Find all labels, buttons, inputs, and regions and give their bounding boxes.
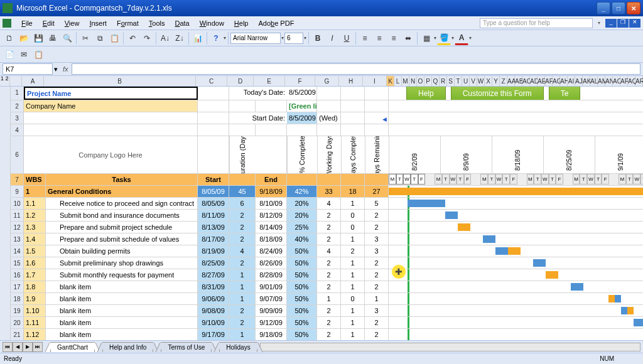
col-header-r[interactable]: R	[440, 76, 447, 86]
tab-first-icon[interactable]: ⏮	[3, 342, 13, 352]
pdf-convert-icon[interactable]: 📄	[3, 48, 16, 62]
print-icon[interactable]: 🖶	[46, 31, 60, 45]
tab-prev-icon[interactable]: ◀	[13, 342, 23, 352]
merge-icon[interactable]: ⬌	[401, 31, 415, 45]
row-header-9[interactable]: 9	[11, 186, 24, 197]
col-header-b[interactable]: B	[44, 76, 196, 86]
table-row[interactable]: 181.9blank item9/06/0919/07/0950%101	[11, 293, 643, 305]
col-header-ai[interactable]: AI	[568, 76, 575, 86]
col-header-c[interactable]: C	[196, 76, 227, 86]
chart-icon[interactable]: 📊	[191, 31, 205, 45]
close-button[interactable]: ✕	[627, 2, 640, 14]
menu-file[interactable]: File	[16, 18, 38, 28]
col-header-am[interactable]: AM	[598, 76, 605, 86]
table-row[interactable]: 111.2Submit bond and insurance documents…	[11, 210, 643, 222]
save-icon[interactable]: 💾	[31, 31, 45, 45]
table-row[interactable]: 191.10blank item9/08/0929/09/0950%213	[11, 305, 643, 317]
help-search-input[interactable]: Type a question for help	[480, 18, 593, 28]
today-value[interactable]: 8/5/2009	[287, 87, 317, 100]
col-header-s[interactable]: S	[447, 76, 455, 86]
toolbar-overflow-icon[interactable]: ▾	[224, 35, 226, 41]
project-name-cell[interactable]: Project Name	[24, 87, 198, 100]
start-date-value[interactable]: 8/5/2009	[287, 112, 317, 124]
col-header-m[interactable]: M	[402, 76, 409, 86]
row-header-15[interactable]: 15	[11, 257, 24, 269]
workbook-icon[interactable]	[3, 19, 11, 28]
preview-icon[interactable]: 🔍	[60, 31, 74, 45]
col-header-ab[interactable]: AB	[515, 76, 522, 86]
menu-dropdown-icon[interactable]: ▾	[597, 20, 603, 26]
col-header-an[interactable]: AN	[605, 76, 613, 86]
menu-help[interactable]: Help	[229, 18, 254, 28]
col-header-h[interactable]: H	[339, 76, 363, 86]
tab-terms[interactable]: Terms of Use	[161, 342, 212, 352]
underline-icon[interactable]: U	[340, 31, 354, 45]
menu-window[interactable]: Window	[195, 18, 229, 28]
customize-button[interactable]: Customize this Form	[451, 87, 544, 100]
col-header-z[interactable]: Z	[500, 76, 507, 86]
col-header-i[interactable]: I	[363, 76, 387, 86]
pdf-email-icon[interactable]: ✉	[17, 48, 31, 62]
table-row[interactable]: 211.12blank item9/17/0919/18/0950%212	[11, 329, 643, 340]
borders-icon[interactable]: ▦	[419, 31, 433, 45]
table-row[interactable]: 121.3Prepare and submit project schedule…	[11, 222, 643, 233]
outline-gutter[interactable]	[0, 87, 11, 340]
row-header-19[interactable]: 19	[11, 305, 24, 316]
tab-last-icon[interactable]: ⏭	[33, 342, 43, 352]
copy-icon[interactable]: ⧉	[93, 31, 107, 45]
font-color-icon[interactable]: A	[455, 31, 468, 45]
cut-icon[interactable]: ✂	[78, 31, 92, 45]
row-header-2[interactable]: 2	[11, 100, 24, 112]
formula-input[interactable]	[72, 63, 640, 75]
help-icon[interactable]: ?	[209, 31, 223, 45]
undo-icon[interactable]: ↶	[126, 31, 139, 45]
table-row[interactable]: 201.11blank item9/10/0929/12/0950%212	[11, 317, 643, 329]
menu-tools[interactable]: Tools	[144, 18, 170, 28]
row-header-12[interactable]: 12	[11, 222, 24, 233]
table-row[interactable]: 101.1Receive notice to proceed and sign …	[11, 198, 643, 210]
row-header-17[interactable]: 17	[11, 281, 24, 292]
italic-icon[interactable]: I	[325, 31, 339, 45]
col-header-k[interactable]: K	[387, 76, 394, 86]
spreadsheet-grid[interactable]: 1 2 A B C D E F G H I K LMNOPQRSTUVWXYZA…	[0, 76, 643, 340]
col-header-ad[interactable]: AD	[530, 76, 538, 86]
row-header-3[interactable]: 3	[11, 112, 24, 124]
row-header-20[interactable]: 20	[11, 317, 24, 328]
col-header-w[interactable]: W	[477, 76, 485, 86]
align-center-icon[interactable]: ≡	[372, 31, 386, 45]
menu-adobe-pdf[interactable]: Adobe PDF	[253, 18, 299, 28]
col-header-ap[interactable]: AP	[620, 76, 628, 86]
tab-next-icon[interactable]: ▶	[23, 342, 33, 352]
align-right-icon[interactable]: ≡	[387, 31, 401, 45]
font-size-select[interactable]: 6	[284, 33, 303, 44]
row-header-4[interactable]: 4	[11, 124, 24, 136]
col-header-y[interactable]: Y	[492, 76, 500, 86]
col-header-ac[interactable]: AC	[522, 76, 530, 86]
col-header-aa[interactable]: AA	[507, 76, 515, 86]
col-header-ae[interactable]: AE	[538, 76, 545, 86]
col-header-ar[interactable]: AR	[635, 76, 643, 86]
pdf-review-icon[interactable]: 📋	[31, 48, 45, 62]
help-button[interactable]: Help	[406, 87, 446, 100]
col-header-o[interactable]: O	[417, 76, 424, 86]
col-header-al[interactable]: AL	[590, 76, 598, 86]
col-header-v[interactable]: V	[470, 76, 477, 86]
select-all-cell[interactable]	[10, 76, 22, 86]
menu-edit[interactable]: Edit	[38, 18, 60, 28]
menu-data[interactable]: Data	[170, 18, 194, 28]
bold-icon[interactable]: B	[311, 31, 325, 45]
table-row[interactable]: 91General Conditions8/05/09459/18/0942%3…	[11, 186, 643, 198]
col-header-aq[interactable]: AQ	[628, 76, 635, 86]
col-header-d[interactable]: D	[227, 76, 254, 86]
fx-icon[interactable]: fx	[63, 65, 68, 73]
name-box[interactable]: K7	[3, 63, 53, 75]
col-header-q[interactable]: Q	[432, 76, 440, 86]
tab-ganttchart[interactable]: GanttChart	[50, 342, 95, 352]
row-header-7[interactable]: 7	[11, 174, 24, 185]
col-header-ak[interactable]: AK	[583, 76, 590, 86]
row-header-18[interactable]: 18	[11, 293, 24, 304]
table-row[interactable]: 161.7Submit monthly requests for payment…	[11, 269, 643, 281]
col-header-af[interactable]: AF	[545, 76, 553, 86]
row-header-13[interactable]: 13	[11, 233, 24, 245]
col-header-l[interactable]: L	[394, 76, 402, 86]
